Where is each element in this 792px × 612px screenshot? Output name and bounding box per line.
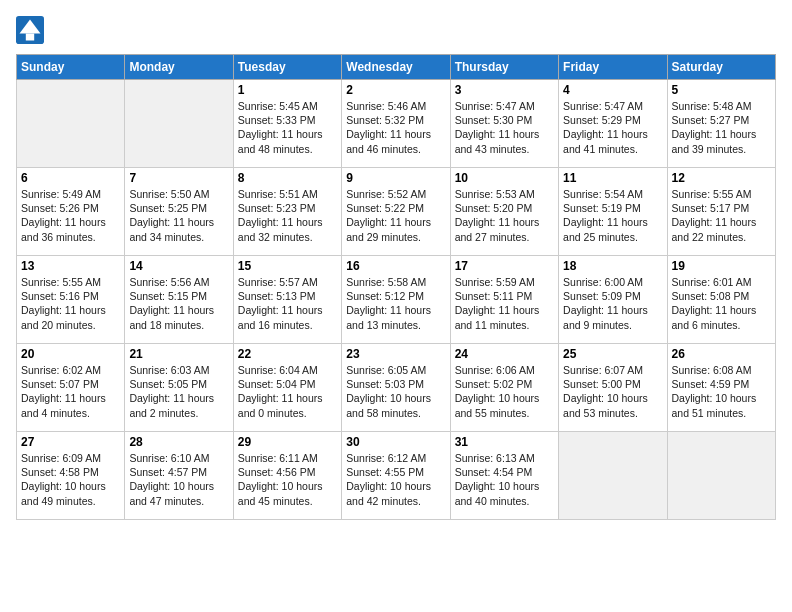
calendar-cell: 13Sunrise: 5:55 AMSunset: 5:16 PMDayligh… [17,256,125,344]
day-number: 17 [455,259,554,273]
column-header-wednesday: Wednesday [342,55,450,80]
page-header [16,16,776,44]
calendar-week-row: 1Sunrise: 5:45 AMSunset: 5:33 PMDaylight… [17,80,776,168]
cell-details: Sunrise: 6:01 AMSunset: 5:08 PMDaylight:… [672,275,771,332]
cell-details: Sunrise: 6:09 AMSunset: 4:58 PMDaylight:… [21,451,120,508]
calendar-cell: 16Sunrise: 5:58 AMSunset: 5:12 PMDayligh… [342,256,450,344]
calendar-cell: 20Sunrise: 6:02 AMSunset: 5:07 PMDayligh… [17,344,125,432]
day-number: 20 [21,347,120,361]
calendar-cell: 8Sunrise: 5:51 AMSunset: 5:23 PMDaylight… [233,168,341,256]
day-number: 12 [672,171,771,185]
calendar-cell: 18Sunrise: 6:00 AMSunset: 5:09 PMDayligh… [559,256,667,344]
cell-details: Sunrise: 5:49 AMSunset: 5:26 PMDaylight:… [21,187,120,244]
calendar-cell: 26Sunrise: 6:08 AMSunset: 4:59 PMDayligh… [667,344,775,432]
calendar-cell: 22Sunrise: 6:04 AMSunset: 5:04 PMDayligh… [233,344,341,432]
calendar-cell: 27Sunrise: 6:09 AMSunset: 4:58 PMDayligh… [17,432,125,520]
calendar-cell: 23Sunrise: 6:05 AMSunset: 5:03 PMDayligh… [342,344,450,432]
calendar-cell: 1Sunrise: 5:45 AMSunset: 5:33 PMDaylight… [233,80,341,168]
calendar-cell: 15Sunrise: 5:57 AMSunset: 5:13 PMDayligh… [233,256,341,344]
calendar-cell: 14Sunrise: 5:56 AMSunset: 5:15 PMDayligh… [125,256,233,344]
calendar-cell: 31Sunrise: 6:13 AMSunset: 4:54 PMDayligh… [450,432,558,520]
cell-details: Sunrise: 6:03 AMSunset: 5:05 PMDaylight:… [129,363,228,420]
cell-details: Sunrise: 6:05 AMSunset: 5:03 PMDaylight:… [346,363,445,420]
cell-details: Sunrise: 6:10 AMSunset: 4:57 PMDaylight:… [129,451,228,508]
day-number: 23 [346,347,445,361]
column-header-tuesday: Tuesday [233,55,341,80]
calendar-week-row: 6Sunrise: 5:49 AMSunset: 5:26 PMDaylight… [17,168,776,256]
column-header-monday: Monday [125,55,233,80]
day-number: 11 [563,171,662,185]
calendar-cell: 21Sunrise: 6:03 AMSunset: 5:05 PMDayligh… [125,344,233,432]
calendar-week-row: 27Sunrise: 6:09 AMSunset: 4:58 PMDayligh… [17,432,776,520]
cell-details: Sunrise: 5:52 AMSunset: 5:22 PMDaylight:… [346,187,445,244]
day-number: 30 [346,435,445,449]
cell-details: Sunrise: 5:54 AMSunset: 5:19 PMDaylight:… [563,187,662,244]
calendar-cell: 29Sunrise: 6:11 AMSunset: 4:56 PMDayligh… [233,432,341,520]
calendar-cell: 6Sunrise: 5:49 AMSunset: 5:26 PMDaylight… [17,168,125,256]
column-header-thursday: Thursday [450,55,558,80]
day-number: 31 [455,435,554,449]
cell-details: Sunrise: 5:46 AMSunset: 5:32 PMDaylight:… [346,99,445,156]
calendar-cell: 17Sunrise: 5:59 AMSunset: 5:11 PMDayligh… [450,256,558,344]
day-number: 5 [672,83,771,97]
cell-details: Sunrise: 6:07 AMSunset: 5:00 PMDaylight:… [563,363,662,420]
calendar-cell [667,432,775,520]
calendar-table: SundayMondayTuesdayWednesdayThursdayFrid… [16,54,776,520]
calendar-cell: 12Sunrise: 5:55 AMSunset: 5:17 PMDayligh… [667,168,775,256]
column-header-sunday: Sunday [17,55,125,80]
cell-details: Sunrise: 5:47 AMSunset: 5:30 PMDaylight:… [455,99,554,156]
cell-details: Sunrise: 5:57 AMSunset: 5:13 PMDaylight:… [238,275,337,332]
cell-details: Sunrise: 5:50 AMSunset: 5:25 PMDaylight:… [129,187,228,244]
calendar-week-row: 13Sunrise: 5:55 AMSunset: 5:16 PMDayligh… [17,256,776,344]
cell-details: Sunrise: 6:02 AMSunset: 5:07 PMDaylight:… [21,363,120,420]
day-number: 15 [238,259,337,273]
column-header-saturday: Saturday [667,55,775,80]
column-header-friday: Friday [559,55,667,80]
day-number: 28 [129,435,228,449]
day-number: 24 [455,347,554,361]
cell-details: Sunrise: 5:59 AMSunset: 5:11 PMDaylight:… [455,275,554,332]
calendar-cell: 10Sunrise: 5:53 AMSunset: 5:20 PMDayligh… [450,168,558,256]
day-number: 25 [563,347,662,361]
cell-details: Sunrise: 6:13 AMSunset: 4:54 PMDaylight:… [455,451,554,508]
cell-details: Sunrise: 5:53 AMSunset: 5:20 PMDaylight:… [455,187,554,244]
cell-details: Sunrise: 6:12 AMSunset: 4:55 PMDaylight:… [346,451,445,508]
day-number: 14 [129,259,228,273]
logo [16,16,46,44]
day-number: 19 [672,259,771,273]
day-number: 6 [21,171,120,185]
day-number: 27 [21,435,120,449]
cell-details: Sunrise: 5:56 AMSunset: 5:15 PMDaylight:… [129,275,228,332]
calendar-cell: 24Sunrise: 6:06 AMSunset: 5:02 PMDayligh… [450,344,558,432]
calendar-cell: 30Sunrise: 6:12 AMSunset: 4:55 PMDayligh… [342,432,450,520]
calendar-cell: 4Sunrise: 5:47 AMSunset: 5:29 PMDaylight… [559,80,667,168]
calendar-cell [17,80,125,168]
calendar-cell: 7Sunrise: 5:50 AMSunset: 5:25 PMDaylight… [125,168,233,256]
day-number: 16 [346,259,445,273]
day-number: 22 [238,347,337,361]
calendar-cell: 11Sunrise: 5:54 AMSunset: 5:19 PMDayligh… [559,168,667,256]
cell-details: Sunrise: 5:48 AMSunset: 5:27 PMDaylight:… [672,99,771,156]
day-number: 2 [346,83,445,97]
cell-details: Sunrise: 6:00 AMSunset: 5:09 PMDaylight:… [563,275,662,332]
day-number: 8 [238,171,337,185]
cell-details: Sunrise: 6:06 AMSunset: 5:02 PMDaylight:… [455,363,554,420]
calendar-cell: 19Sunrise: 6:01 AMSunset: 5:08 PMDayligh… [667,256,775,344]
cell-details: Sunrise: 5:45 AMSunset: 5:33 PMDaylight:… [238,99,337,156]
day-number: 3 [455,83,554,97]
day-number: 9 [346,171,445,185]
cell-details: Sunrise: 5:55 AMSunset: 5:16 PMDaylight:… [21,275,120,332]
cell-details: Sunrise: 6:04 AMSunset: 5:04 PMDaylight:… [238,363,337,420]
day-number: 4 [563,83,662,97]
calendar-cell: 2Sunrise: 5:46 AMSunset: 5:32 PMDaylight… [342,80,450,168]
day-number: 7 [129,171,228,185]
calendar-cell [559,432,667,520]
cell-details: Sunrise: 6:08 AMSunset: 4:59 PMDaylight:… [672,363,771,420]
calendar-cell: 28Sunrise: 6:10 AMSunset: 4:57 PMDayligh… [125,432,233,520]
day-number: 26 [672,347,771,361]
day-number: 10 [455,171,554,185]
calendar-cell: 25Sunrise: 6:07 AMSunset: 5:00 PMDayligh… [559,344,667,432]
logo-icon [16,16,44,44]
day-number: 1 [238,83,337,97]
day-number: 21 [129,347,228,361]
